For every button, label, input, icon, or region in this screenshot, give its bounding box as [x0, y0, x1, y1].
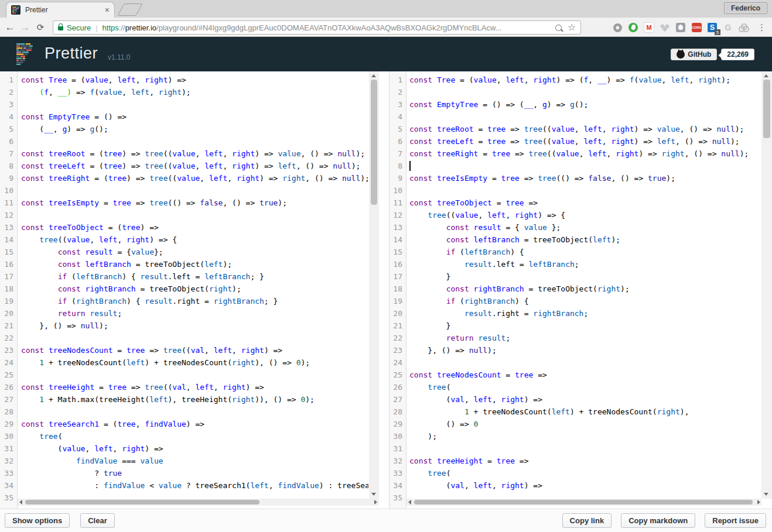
- dropbox-extension-icon[interactable]: [659, 22, 671, 33]
- line-number: 27: [0, 393, 13, 406]
- code-line: const rightBranch = treeToObject(right);: [409, 283, 761, 295]
- show-options-button[interactable]: Show options: [5, 513, 70, 528]
- line-number: 1: [0, 74, 13, 86]
- code-line: result.left = leftBranch;: [409, 258, 761, 270]
- browser-tab[interactable]: Prettier ×: [6, 2, 115, 18]
- url-separator: |: [95, 23, 97, 32]
- source-editor[interactable]: 1234567891011121314151617181920212223242…: [0, 71, 379, 509]
- output-horizontal-scrollbar[interactable]: [407, 499, 761, 506]
- gray-square-extension-icon[interactable]: [675, 22, 686, 33]
- forward-icon[interactable]: →: [18, 20, 33, 35]
- code-line: const EmptyTree = () =>: [21, 111, 368, 123]
- report-issue-button[interactable]: Report issue: [705, 513, 766, 528]
- code-line: findValue === value: [21, 455, 368, 467]
- tab-close-icon[interactable]: ×: [105, 5, 110, 15]
- github-icon: [677, 50, 685, 59]
- gear-extension-icon[interactable]: [612, 22, 623, 33]
- line-number: 34: [390, 479, 402, 492]
- line-number: 13: [390, 221, 402, 234]
- address-bar[interactable]: Secure | https://prettier.io/playground/…: [53, 20, 581, 35]
- copy-link-button[interactable]: Copy link: [562, 513, 612, 528]
- output-line-numbers: 1234567891011121314151617181920212223242…: [390, 71, 407, 509]
- line-number: 31: [0, 442, 13, 455]
- code-line: const Tree = (value, left, right) => (f,…: [409, 74, 761, 86]
- line-number: 19: [390, 295, 402, 307]
- prettier-logo[interactable]: [16, 43, 38, 65]
- source-hscroll-thumb[interactable]: [25, 500, 259, 504]
- tab-title: Prettier: [25, 6, 105, 14]
- browser-menu-icon[interactable]: ⋮: [757, 22, 766, 33]
- github-button[interactable]: GitHub: [671, 49, 717, 60]
- line-number: 6: [0, 135, 13, 147]
- line-number: 30: [390, 430, 402, 442]
- line-number: 11: [0, 197, 13, 209]
- scroll-up-icon[interactable]: [371, 74, 376, 77]
- extension-badge: 5: [715, 29, 720, 35]
- line-number: 25: [0, 369, 13, 381]
- line-number: 33: [390, 467, 402, 479]
- clear-button[interactable]: Clear: [80, 513, 115, 528]
- output-code[interactable]: const Tree = (value, left, right) => (f,…: [407, 71, 761, 502]
- url-scheme-sep: ://: [119, 23, 125, 32]
- source-vertical-scrollbar[interactable]: [369, 71, 379, 499]
- code-line: if (rightBranch) {: [409, 295, 761, 307]
- prettier-favicon: [11, 5, 21, 15]
- line-number: 31: [390, 442, 402, 455]
- scroll-right-icon[interactable]: [374, 500, 377, 504]
- scroll-down-icon[interactable]: [764, 493, 768, 496]
- code-line: tree((value, left, right) => {: [409, 209, 761, 221]
- scroll-down-icon[interactable]: [371, 493, 376, 496]
- code-line: const treeRight = (tree) => tree((value,…: [21, 172, 368, 184]
- line-number: 7: [390, 147, 402, 160]
- output-vertical-scrollbar[interactable]: [761, 71, 772, 499]
- line-number: 28: [390, 406, 402, 418]
- line-number: 35: [390, 492, 402, 504]
- line-number: 10: [0, 184, 13, 197]
- output-vscroll-thumb[interactable]: [763, 80, 770, 138]
- scroll-left-icon[interactable]: [408, 500, 411, 504]
- source-horizontal-scrollbar[interactable]: [18, 499, 379, 506]
- code-line: [21, 406, 368, 418]
- code-line: const treeIsEmpty = tree => tree(() => f…: [409, 172, 761, 184]
- s-extension-icon[interactable]: S 5: [706, 22, 718, 33]
- new-tab-button[interactable]: [117, 4, 142, 16]
- copy-markdown-button[interactable]: Copy markdown: [621, 513, 695, 528]
- line-number: 32: [0, 455, 13, 467]
- extension-bar: M CORS S 5 G ⋮: [612, 19, 766, 36]
- scroll-left-icon[interactable]: [19, 500, 22, 504]
- source-code[interactable]: const Tree = (value, left, right) => (f,…: [18, 71, 368, 502]
- line-number: 3: [390, 98, 402, 111]
- code-line: [409, 356, 761, 369]
- formatted-output-editor[interactable]: 1234567891011121314151617181920212223242…: [389, 71, 761, 509]
- bookmark-star-icon[interactable]: ☆: [568, 23, 576, 32]
- github-star-count[interactable]: 22,269: [721, 49, 754, 60]
- scroll-right-icon[interactable]: [757, 500, 760, 504]
- code-line: const treeRoot = tree => tree((value, le…: [409, 123, 761, 135]
- code-line: if (leftBranch) {: [409, 246, 761, 258]
- google-extension-icon[interactable]: G: [722, 22, 734, 33]
- code-line: (val, left, right) =>: [409, 479, 761, 492]
- browser-profile-button[interactable]: Federico: [724, 2, 767, 14]
- line-number: 8: [390, 160, 402, 172]
- code-line: if (rightBranch) { result.right = rightB…: [21, 295, 368, 307]
- code-line: tree(: [409, 467, 761, 479]
- output-hscroll-thumb[interactable]: [414, 500, 753, 504]
- code-line: 1 + treeNodesCount(left) + treeNodesCoun…: [409, 406, 761, 418]
- back-icon[interactable]: ←: [2, 20, 18, 35]
- line-number: 8: [0, 160, 13, 172]
- gmail-extension-icon[interactable]: M: [643, 22, 655, 33]
- code-line: const treeRight = tree => tree((value, l…: [409, 147, 761, 160]
- code-line: [21, 209, 368, 221]
- rings-extension-icon[interactable]: [738, 22, 750, 33]
- scroll-up-icon[interactable]: [764, 74, 768, 77]
- code-line: if (leftBranch) { result.left = leftBran…: [21, 270, 368, 283]
- line-number: 12: [390, 209, 402, 221]
- green-circle-extension-icon[interactable]: [627, 22, 639, 33]
- source-vscroll-thumb[interactable]: [371, 80, 377, 205]
- code-line: const EmptyTree = () => (__, g) => g();: [409, 98, 761, 111]
- code-line: }: [409, 270, 761, 283]
- cors-extension-icon[interactable]: CORS: [691, 22, 702, 33]
- code-line: 1 + Math.max(treeHeight(left), treeHeigh…: [21, 393, 368, 406]
- reload-icon[interactable]: ⟳: [33, 20, 48, 35]
- page-zoom-icon[interactable]: [555, 25, 562, 31]
